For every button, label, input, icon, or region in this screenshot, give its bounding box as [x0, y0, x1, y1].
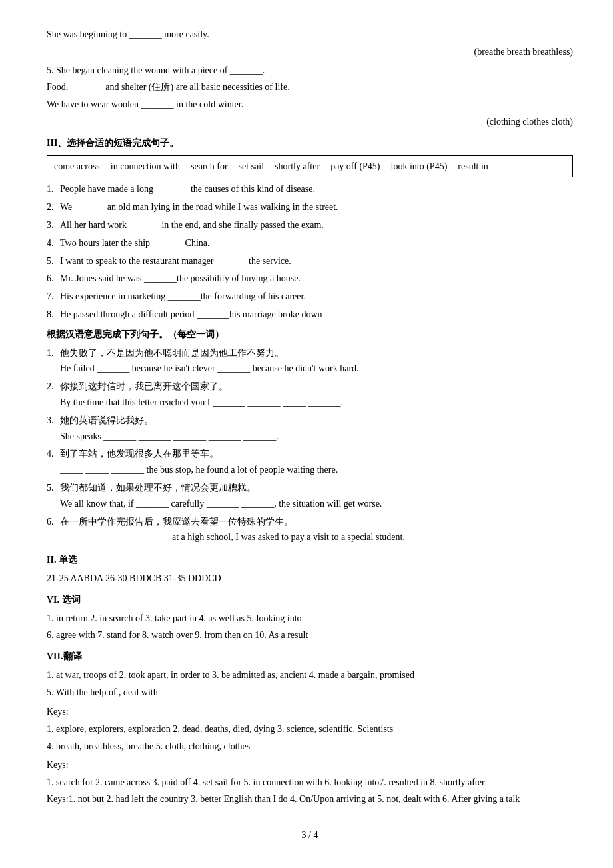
q5c: We have to wear woolen _______ in the co…	[47, 97, 573, 113]
breathe-options-text: (breathe breath breathless)	[474, 47, 573, 57]
keys1-label: Keys:	[47, 704, 573, 720]
cloth-options: (clothing clothes cloth)	[47, 114, 573, 130]
list-item: 2. We _______an old man lying in the roa…	[47, 199, 573, 215]
intro-text: She was beginning to _______ more easily…	[47, 29, 209, 39]
q5b: Food, _______ and shelter (住所) are all b…	[47, 79, 573, 95]
keys1-line1: 1. explore, explorers, exploration 2. de…	[47, 721, 573, 737]
list-item: 6. Mr. Jones said he was _______the poss…	[47, 271, 573, 287]
trans-row1: 1. at war, troops of 2. took apart, in o…	[47, 667, 573, 683]
section2-title: II. 单选	[47, 552, 573, 568]
list-item: 1. People have made a long _______ the c…	[47, 181, 573, 197]
section3-title: III、选择合适的短语完成句子。	[47, 135, 573, 151]
fill-item: 4. 到了车站，他发现很多人在那里等车。 _____ _____ _______…	[47, 446, 573, 478]
cloth-options-text: (clothing clothes cloth)	[486, 117, 573, 127]
q5a: 5. She began cleaning the wound with a p…	[47, 63, 573, 79]
fill-item: 5. 我们都知道，如果处理不好，情况会更加糟糕。 We all know tha…	[47, 480, 573, 512]
fill-title: 根据汉语意思完成下列句子。（每空一词）	[47, 327, 573, 343]
list-item: 8. He passed through a difficult period …	[47, 307, 573, 323]
section7-title: VII.翻译	[47, 649, 573, 665]
breathe-options: (breathe breath breathless)	[47, 44, 573, 60]
mc-answers: 21-25 AABDA 26-30 BDDCB 31-35 DDDCD	[47, 571, 573, 587]
trans-row2: 5. With the help of , deal with	[47, 685, 573, 701]
list-item: 5. I want to speak to the restaurant man…	[47, 253, 573, 269]
phrase-options-box: come across in connection with search fo…	[47, 155, 573, 178]
page-number: 3 / 4	[47, 827, 573, 843]
fill-item: 2. 你接到这封信时，我已离开这个国家了。 By the time that t…	[47, 379, 573, 411]
fill-item: 3. 她的英语说得比我好。 She speaks _______ _______…	[47, 413, 573, 445]
list-item: 3. All her hard work _______in the end, …	[47, 217, 573, 233]
keys2-line2: Keys:1. not but 2. had left the country …	[47, 791, 573, 807]
numbered-items-list: 1. People have made a long _______ the c…	[47, 181, 573, 322]
keys1-line2: 4. breath, breathless, breathe 5. cloth,…	[47, 739, 573, 755]
intro-line: She was beginning to _______ more easily…	[47, 27, 573, 43]
section6-title: VI. 选词	[47, 592, 573, 608]
list-item: 4. Two hours later the ship _______China…	[47, 235, 573, 251]
vocab-row1: 1. in return 2. in search of 3. take par…	[47, 611, 573, 627]
list-item: 7. His experience in marketing _______th…	[47, 289, 573, 305]
page-content: She was beginning to _______ more easily…	[47, 27, 573, 843]
fill-item: 1. 他失败了，不是因为他不聪明而是因为他工作不努力。 He failed __…	[47, 345, 573, 377]
keys2-line1: 1. search for 2. came across 3. paid off…	[47, 775, 573, 791]
keys2-label: Keys:	[47, 757, 573, 773]
fill-items-list: 1. 他失败了，不是因为他不聪明而是因为他工作不努力。 He failed __…	[47, 345, 573, 546]
vocab-row2: 6. agree with 7. stand for 8. watch over…	[47, 627, 573, 643]
fill-item: 6. 在一所中学作完报告后，我应邀去看望一位特殊的学生。 _____ _____…	[47, 514, 573, 546]
